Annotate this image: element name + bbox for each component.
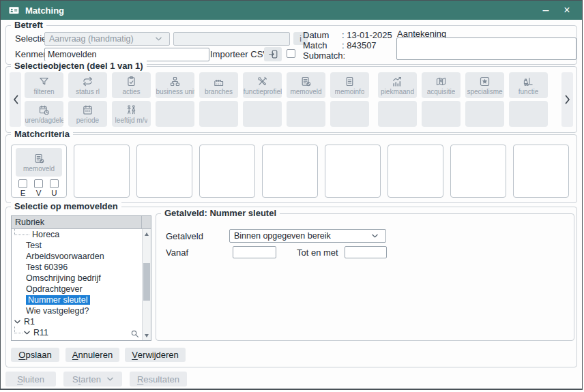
matchcriteria-legend: Matchcriteria [11, 129, 73, 140]
expand-chevron-icon[interactable] [24, 331, 30, 335]
toolbar-scroll-left-button[interactable] [10, 72, 21, 127]
getalveld-dropdown[interactable]: Binnen opgegeven bereik [229, 229, 386, 243]
toolbar-row-2: uren/dagdelenperiodeleeftijd m/v [25, 101, 548, 127]
empty-toolbar-slot[interactable] [509, 101, 548, 127]
datum-value: : 13-01-2025 [342, 30, 392, 40]
memoveld-toolbar-button[interactable]: memoveld [287, 72, 325, 98]
toolbar-scroll-right-button[interactable] [561, 72, 573, 127]
memoinfo-icon [344, 76, 355, 87]
scrollbar-thumb[interactable] [143, 263, 150, 301]
opslaan-button[interactable]: Opslaan [11, 348, 59, 362]
rubriek-list-item[interactable]: R11 [12, 327, 142, 338]
leeftijd-mv-icon [126, 104, 137, 116]
rubriek-item-label: Nummer sleutel [26, 295, 90, 305]
tree-connector [14, 327, 23, 333]
toolbar-button-label: piekmaand [381, 88, 414, 95]
triangle-down-icon [145, 334, 149, 337]
aantekening-textarea[interactable] [396, 37, 576, 60]
minimize-button[interactable]: – [538, 2, 554, 18]
toolbar-button-label: acties [122, 88, 140, 95]
annuleren-button[interactable]: Annuleren [65, 348, 119, 362]
empty-toolbar-slot[interactable] [330, 101, 369, 127]
business-unit-icon [169, 76, 181, 87]
acties-toolbar-button[interactable]: acties [112, 72, 151, 98]
filteren-toolbar-button[interactable]: filteren [25, 72, 63, 98]
kenmerk-input[interactable] [44, 48, 209, 61]
empty-toolbar-slot[interactable] [156, 101, 194, 127]
rubriek-list-item[interactable]: R1 [12, 316, 142, 327]
branches-toolbar-button[interactable]: branches [199, 72, 238, 98]
checkbox-u[interactable] [50, 179, 59, 188]
piekmaand-icon [392, 76, 403, 87]
vanaf-input[interactable] [233, 246, 276, 258]
rubriek-list-item[interactable]: Omschrijving bedrijf [12, 273, 142, 284]
rubriek-list-item-selected[interactable]: Nummer sleutel [12, 295, 142, 305]
rubriek-list-item[interactable]: Horeca [12, 229, 142, 240]
selectie-dropdown[interactable]: Aanvraag (handmatig) [44, 32, 170, 46]
toolbar-button-label: functieprofiel [244, 88, 282, 95]
empty-toolbar-slot[interactable] [378, 101, 417, 127]
periode-toolbar-button[interactable]: periode [68, 101, 107, 127]
acquisitie-toolbar-button[interactable]: acquisitie [422, 72, 461, 98]
uren-dagdelen-toolbar-button[interactable]: uren/dagdelen [25, 101, 63, 127]
matchcriteria-slot-memoveld: memoveld E V U [11, 145, 67, 198]
search-icon[interactable] [130, 329, 140, 339]
functie-icon [523, 76, 534, 87]
verwijderen-button[interactable]: Verwijderen [125, 348, 186, 362]
checkbox-e[interactable] [18, 179, 27, 188]
functie-toolbar-button[interactable]: functie [509, 72, 548, 98]
specialisme-toolbar-button[interactable]: specialisme [465, 72, 504, 98]
rubriek-list-item[interactable]: Test [12, 240, 142, 251]
submatch-label: Submatch [303, 50, 343, 61]
checkbox-v-label: V [34, 189, 43, 197]
betreft-legend: Betreft [11, 20, 46, 31]
sluiten-button[interactable]: Sluiten [5, 372, 56, 387]
rubriek-list-item[interactable]: Wie vastgelegd? [12, 305, 142, 316]
resultaten-button[interactable]: Resultaten [130, 372, 187, 387]
memoveld-criteria-label: memoveld [23, 165, 55, 172]
matchcriteria-slot-empty [74, 145, 130, 198]
selectie-extra-field[interactable] [173, 32, 290, 46]
datum-label: Datum [303, 30, 342, 40]
periode-icon [82, 104, 93, 116]
checkbox-v[interactable] [34, 179, 43, 188]
rubriek-scrollbar[interactable] [142, 229, 151, 340]
piekmaand-toolbar-button[interactable]: piekmaand [378, 72, 417, 98]
empty-toolbar-slot[interactable] [199, 101, 238, 127]
scroll-up-button[interactable] [143, 229, 151, 239]
empty-toolbar-slot[interactable] [243, 101, 282, 127]
matchcriteria-slots: memoveld E V U [11, 145, 569, 198]
memoveld-criteria-button[interactable]: memoveld [16, 148, 62, 177]
functieprofiel-icon [257, 76, 268, 87]
scroll-down-button[interactable] [143, 331, 151, 340]
starten-button[interactable]: Starten [63, 372, 122, 387]
functieprofiel-toolbar-button[interactable]: functieprofiel [243, 72, 282, 98]
toolbar-button-label: acquisitie [427, 88, 456, 95]
memoinfo-toolbar-button[interactable]: memoinfo [330, 72, 369, 98]
empty-toolbar-slot[interactable] [287, 101, 325, 127]
expand-chevron-icon[interactable] [14, 320, 20, 324]
importeer-csv-button[interactable] [264, 47, 282, 61]
toolbar-button-label: functie [519, 88, 538, 95]
rubriek-item-label: Test [26, 241, 42, 250]
toolbar-button-label: specialisme [467, 88, 502, 95]
empty-toolbar-slot[interactable] [422, 101, 461, 127]
rubriek-list-item[interactable]: Test 60396 [12, 262, 142, 273]
toolbar-button-label: memoinfo [335, 88, 365, 95]
business-unit-toolbar-button[interactable]: business unit [156, 72, 194, 98]
tot-en-met-input[interactable] [345, 246, 387, 258]
chevron-down-icon [156, 37, 162, 41]
matchcriteria-slot-empty [262, 145, 318, 198]
rubriek-list-item[interactable]: Arbeidsvoorwaarden [12, 251, 142, 262]
matchcriteria-slot-empty [513, 145, 569, 198]
chevron-down-icon [107, 377, 113, 381]
toolbar-button-label: memoveld [290, 88, 321, 95]
empty-toolbar-slot[interactable] [465, 101, 504, 127]
rubriek-list-item[interactable]: Opdrachtgever [12, 284, 142, 295]
match-value: : 843507 [342, 40, 377, 50]
rubriek-header[interactable]: Rubriek [12, 216, 151, 229]
status-rl-toolbar-button[interactable]: status rl [68, 72, 107, 98]
close-button[interactable]: × [559, 2, 575, 18]
leeftijd-m-v-toolbar-button[interactable]: leeftijd m/v [112, 101, 151, 127]
importeer-csv-checkbox[interactable] [287, 49, 295, 58]
